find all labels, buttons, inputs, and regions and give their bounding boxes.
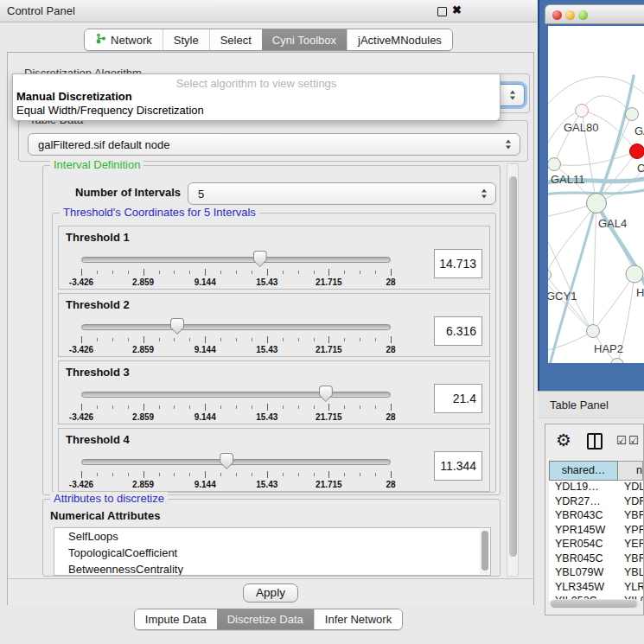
close-icon[interactable]: ✖ <box>452 3 462 16</box>
table-row[interactable]: YBR043CYBR0 <box>549 509 643 524</box>
table-row[interactable]: YPR145WYPR1 <box>549 524 643 539</box>
table-cell[interactable]: YLR345W <box>549 581 618 596</box>
node-label-partial: C <box>637 162 644 175</box>
table-cell[interactable]: YPR1 <box>618 524 643 539</box>
dropdown-option-equal-width[interactable]: Equal Width/Frequency Discretization <box>13 104 500 118</box>
list-scrollbar[interactable] <box>480 529 489 574</box>
slider-ticks <box>81 336 391 344</box>
node-gal4[interactable] <box>587 194 607 214</box>
table-cell[interactable]: YBL0 <box>618 566 643 581</box>
slider-track[interactable] <box>81 257 391 263</box>
network-canvas[interactable]: GAL80 GA C GAL11 GAL4 GCY1 H HAP2 <box>548 26 644 363</box>
node-hap2[interactable] <box>587 325 600 338</box>
table-row[interactable]: YBL079WYBL0 <box>549 566 643 581</box>
scrollbar-thumb[interactable] <box>551 600 637 608</box>
number-of-intervals-combobox[interactable]: 5 <box>188 182 496 205</box>
slider-thumb[interactable] <box>319 386 333 402</box>
slider-thumb[interactable] <box>170 318 184 335</box>
attribute-item[interactable]: TopologicalCoefficient <box>54 545 490 561</box>
threshold-slider[interactable]: -3.4262.8599.14415.4321.71528 <box>81 386 391 422</box>
table-row[interactable]: YDL19…YDL1 <box>549 481 643 495</box>
node-gal11[interactable] <box>548 158 561 171</box>
table-cell[interactable]: YDL1 <box>618 481 643 495</box>
tab-discretize-data[interactable]: Discretize Data <box>217 609 314 629</box>
table-cell[interactable]: YDR2 <box>618 495 643 510</box>
slider-thumb[interactable] <box>253 251 267 267</box>
tab-impute-data[interactable]: Impute Data <box>135 609 217 629</box>
table-row[interactable]: YDR27…YDR2 <box>549 495 643 510</box>
table-cell[interactable]: YBR045C <box>549 552 618 567</box>
node-red-selected[interactable] <box>630 144 644 159</box>
tab-label: jActiveMNodules <box>358 34 442 47</box>
tab-infer-network[interactable]: Infer Network <box>314 609 402 629</box>
threshold-value-field[interactable]: 11.344 <box>434 451 482 481</box>
table-cell[interactable]: YBL079W <box>549 566 618 581</box>
slider-track[interactable] <box>81 324 391 330</box>
select-columns-checkbox-icon[interactable]: ☑ <box>616 434 627 447</box>
table-horizontal-scrollbar[interactable] <box>550 599 640 609</box>
attribute-item[interactable]: SelfLoops <box>54 528 490 545</box>
close-traffic-light-icon[interactable] <box>552 10 562 20</box>
tab-select[interactable]: Select <box>209 29 262 50</box>
main-vertical-scrollbar[interactable] <box>507 163 519 577</box>
minimize-traffic-light-icon[interactable] <box>565 10 575 20</box>
attribute-list[interactable]: SelfLoopsTopologicalCoefficientBetweenne… <box>54 527 491 576</box>
scrollbar-thumb[interactable] <box>509 176 517 557</box>
table-row[interactable]: YBR045CYBR0 <box>549 552 643 567</box>
select-all-checkbox-icon[interactable]: ☑ <box>628 434 639 447</box>
table-cell[interactable]: YBR043C <box>549 509 618 524</box>
node-gal80[interactable] <box>576 105 589 118</box>
zoom-traffic-light-icon[interactable] <box>578 10 588 20</box>
node-gcy1[interactable] <box>548 270 552 281</box>
node-partial-top-right[interactable] <box>626 108 639 121</box>
table-cell[interactable]: YDR27… <box>549 495 618 510</box>
table-panel-title: Table Panel <box>550 399 609 411</box>
table-cell[interactable]: YBR0 <box>618 552 643 567</box>
table-data-combobox[interactable]: galFiltered.sif default node <box>28 133 520 156</box>
table-cell[interactable]: YPR145W <box>549 524 618 539</box>
slider-thumb[interactable] <box>220 453 233 469</box>
tab-cyni-toolbox[interactable]: Cyni Toolbox <box>262 29 347 50</box>
network-icon <box>95 33 106 47</box>
threshold-slider[interactable]: -3.4262.8599.14415.4321.71528 <box>81 453 391 489</box>
table-cell[interactable]: YLR3 <box>618 581 643 596</box>
slider-track[interactable] <box>81 459 391 465</box>
tab-label: Select <box>220 34 252 47</box>
threshold-label: Threshold 4 <box>66 433 130 446</box>
table-row[interactable]: YER054CYER0 <box>549 538 643 552</box>
threshold-value-field[interactable]: 14.713 <box>434 249 482 278</box>
attribute-item[interactable]: BetweennessCentrality <box>54 561 490 576</box>
table-cell[interactable]: YBR0 <box>618 509 643 524</box>
threshold-value-field[interactable]: 6.316 <box>434 316 482 346</box>
dropdown-option-manual[interactable]: Manual Discretization <box>13 90 500 104</box>
number-of-intervals-label: Number of Intervals <box>75 186 181 199</box>
tab-network[interactable]: Network <box>85 29 163 50</box>
tab-style[interactable]: Style <box>163 29 209 50</box>
threshold-value-field[interactable]: 21.4 <box>434 384 482 413</box>
threshold-label: Threshold 3 <box>66 366 130 379</box>
group-title: Threshold's Coordinates for 5 Intervals <box>60 206 259 219</box>
apply-button[interactable]: Apply <box>243 583 298 603</box>
table-cell[interactable]: YER0 <box>618 538 643 552</box>
scrollbar-thumb[interactable] <box>481 531 488 571</box>
node-partial-right[interactable] <box>626 265 643 283</box>
column-header-name[interactable]: n <box>618 461 643 481</box>
float-window-icon[interactable] <box>437 7 447 16</box>
slider-track[interactable] <box>81 392 391 398</box>
threshold-slider[interactable]: -3.4262.8599.14415.4321.71528 <box>81 318 391 354</box>
table-cell[interactable]: YER054C <box>549 538 618 552</box>
tab-jactivemnodules[interactable]: jActiveMNodules <box>347 29 452 50</box>
gear-icon[interactable]: ⚙ <box>556 430 571 450</box>
slider-tick-labels: -3.4262.8599.14415.4321.71528 <box>81 480 391 489</box>
app-root: Control Panel ✖ Network <box>0 0 644 644</box>
table-toolbar: ⚙ ☑ ☑ <box>545 424 643 459</box>
table-row[interactable]: YLR345WYLR3 <box>549 581 643 596</box>
split-view-icon[interactable] <box>587 433 603 450</box>
table-data-group: Table Data galFiltered.sif default node <box>18 120 528 162</box>
tab-label: Impute Data <box>145 613 207 626</box>
threshold-slider[interactable]: -3.4262.8599.14415.4321.71528 <box>81 251 391 287</box>
table-body: YDL19…YDL1YDR27…YDR2YBR043CYBR0YPR145WYP… <box>549 481 643 601</box>
table-cell[interactable]: YDL19… <box>549 481 618 495</box>
combo-value: galFiltered.sif default node <box>38 138 169 151</box>
column-header-shared-name[interactable]: shared… <box>549 461 618 481</box>
